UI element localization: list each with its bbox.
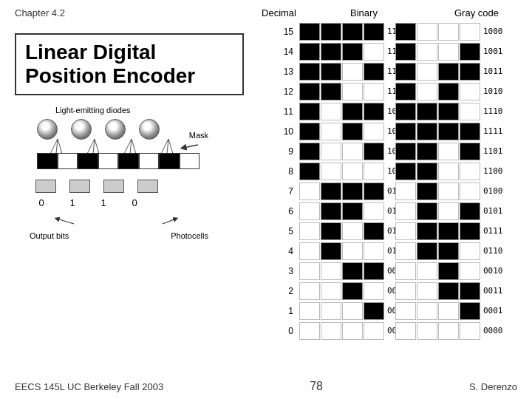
gray-bit [460,103,480,120]
binary-bit [321,163,341,180]
photocell-3 [103,180,124,193]
binary-bit [364,63,384,81]
gray-grid [395,63,480,81]
gray-bit [395,123,416,140]
binary-bit [321,302,341,320]
binary-bit [321,183,341,200]
led-2 [71,119,92,140]
decimal-value: 4 [259,246,299,256]
binary-bit [299,63,320,81]
binary-bit [299,242,320,260]
binary-bit [364,103,384,120]
gray-text: 1010 [480,86,503,96]
gray-text: 1101 [480,146,503,156]
gray-section: 0110 [395,242,491,260]
gray-bit [460,83,480,100]
decimal-value: 8 [259,166,299,177]
footer: EECS 145L UC Berkeley Fall 2003 78 S. De… [15,380,517,393]
gray-bit [460,183,480,200]
binary-bit [299,262,320,280]
gray-bit [395,163,416,180]
gray-section: 0011 [395,282,491,300]
gray-grid [395,322,480,340]
photocell-4 [137,180,158,193]
binary-bit [364,183,384,200]
binary-section: 1000 [299,163,395,180]
binary-bit [299,103,320,120]
table-row: 1311011011 [259,61,525,81]
gray-text: 0101 [480,206,503,216]
gray-grid [395,123,480,140]
gray-bit [417,163,437,180]
binary-bit [299,123,320,140]
gray-grid [395,183,480,200]
gray-bit [417,63,437,81]
binary-bit [321,103,341,120]
gray-grid [395,282,480,300]
gray-bit [395,83,416,100]
svg-line-8 [132,139,136,154]
gray-bit [395,103,416,120]
binary-bit [342,202,363,220]
table-row: 810001100 [259,161,525,181]
gray-text: 0100 [480,186,503,196]
col-header-decimal: Decimal [259,7,299,18]
mask-cell-1 [37,153,58,169]
gray-grid [395,23,480,41]
binary-section: 0001 [299,302,395,320]
gray-bit [438,302,459,320]
decimal-value: 2 [259,286,299,296]
right-panel: Decimal Binary Gray code 151111100014111… [259,7,525,341]
left-panel: Chapter 4.2 Linear Digital Position Enco… [15,7,244,276]
binary-bit [364,163,384,180]
table-row: 701110100 [259,181,525,201]
table-row: 401000110 [259,241,525,261]
binary-section: 0111 [299,183,395,200]
binary-bit [299,282,320,300]
gray-bit [417,262,437,280]
gray-bit [395,282,416,300]
binary-section: 1010 [299,123,395,140]
binary-bit [342,322,363,340]
binary-grid [299,43,384,61]
binary-bit [299,222,320,240]
table-row: 601100101 [259,201,525,221]
gray-bit [438,23,459,41]
gray-bit [417,202,437,220]
gray-bit [460,202,480,220]
mask-cell-2 [58,153,78,169]
mask-cell-7 [159,153,180,169]
gray-bit [438,322,459,340]
gray-bit [438,262,459,280]
binary-grid [299,183,384,200]
mask-cell-5 [118,153,139,169]
page-container: Chapter 4.2 Linear Digital Position Enco… [0,0,532,399]
gray-bit [417,143,437,160]
mask-cell-3 [78,153,98,169]
binary-grid [299,282,384,300]
binary-bit [342,262,363,280]
decimal-value: 1 [259,306,299,316]
gray-grid [395,222,480,240]
binary-bit [321,222,341,240]
binary-bit [364,43,384,61]
gray-text: 1001 [480,47,503,56]
decimal-value: 12 [259,86,299,97]
binary-section: 1001 [299,143,395,160]
gray-bit [395,63,416,81]
decimal-value: 10 [259,126,299,137]
binary-grid [299,23,384,41]
chapter-label: Chapter 4.2 [15,7,244,18]
binary-grid [299,262,384,280]
binary-bit [321,242,341,260]
bit-labels: 0 1 1 0 [35,197,140,208]
gray-bit [417,302,437,320]
table-row: 1010101111 [259,121,525,141]
footer-left: EECS 145L UC Berkeley Fall 2003 [15,381,163,392]
gray-section: 1000 [395,23,491,41]
decimal-value: 3 [259,266,299,276]
led-1 [37,119,58,140]
gray-section: 0111 [395,222,491,240]
led-row [37,119,160,140]
gray-text: 1111 [480,126,503,136]
